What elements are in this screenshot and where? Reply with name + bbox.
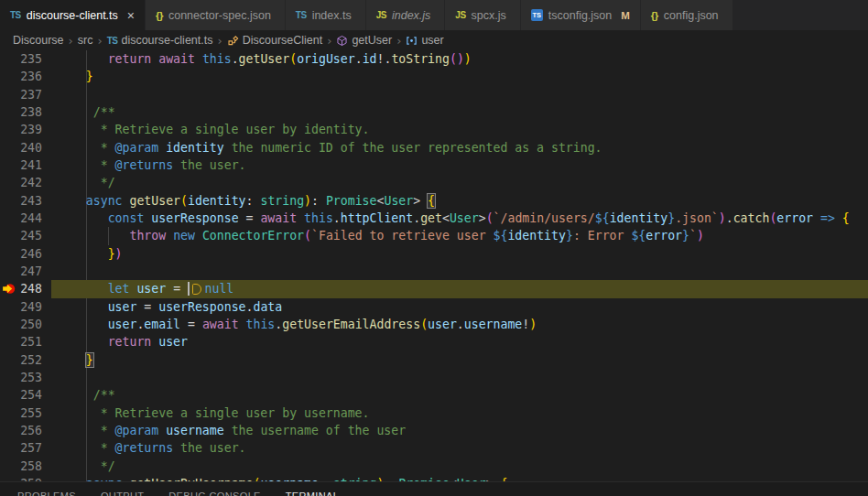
line-number[interactable]: 240 [0, 139, 42, 156]
code-line[interactable]: 250 user.email = await this.getUserEmail… [0, 316, 868, 333]
token-kw: this [202, 52, 232, 66]
code-line[interactable]: 246 }) [0, 245, 868, 263]
line-number[interactable]: 254 [0, 386, 42, 404]
typescript-file-icon: TS [296, 10, 307, 20]
token-fn: getUserEmailAddress [282, 318, 420, 331]
line-number[interactable]: 252 [0, 351, 42, 369]
line-number[interactable]: 253 [0, 369, 42, 386]
line-number[interactable]: 239 [0, 121, 42, 138]
code-line[interactable]: 254 /** [0, 386, 868, 404]
code-line[interactable]: 241 * @returns the user. [0, 156, 868, 174]
token-cmt: * [64, 441, 115, 455]
token-cmt: the username of the user [224, 424, 407, 437]
code-line[interactable]: 253 [0, 369, 868, 386]
code-line[interactable]: 252 } [0, 351, 868, 369]
line-number[interactable]: 256 [0, 422, 42, 439]
line-number[interactable]: 247 [0, 263, 42, 280]
code-editor[interactable]: 235 return await this.getUser(origUser.i… [0, 50, 868, 481]
breadcrumb-item-Discourse[interactable]: Discourse [13, 34, 64, 47]
token-pun: < [450, 477, 457, 481]
code-line[interactable]: 247 [0, 263, 868, 280]
symbol-class-icon [227, 35, 239, 47]
token-interp: } [682, 229, 689, 243]
line-number[interactable]: 235 [0, 50, 42, 68]
editor-tab-spcx.js[interactable]: JSspcx.js [445, 0, 520, 30]
code-line[interactable]: 257 * @returns the user. [0, 439, 868, 457]
line-number[interactable]: 237 [0, 86, 42, 103]
code-line[interactable]: 256 * @param username the username of th… [0, 422, 868, 439]
code-text: */ [64, 458, 115, 475]
code-text: return await this.getUser(origUser.id!.t… [64, 50, 472, 68]
editor-tab-connector-spec.json[interactable]: {}connector-spec.json [146, 0, 286, 30]
modified-badge: M [621, 10, 630, 21]
editor-tab-config.json[interactable]: {}config.json [641, 0, 733, 30]
token-interp: ${ [595, 211, 610, 225]
code-line[interactable]: 236 } [0, 68, 868, 85]
code-line[interactable]: 251 return user [0, 333, 868, 350]
line-number[interactable]: 245 [0, 227, 42, 244]
code-line[interactable]: 258 */ [0, 458, 868, 475]
line-number[interactable]: 242 [0, 174, 42, 191]
breadcrumb-item-DiscourseClient[interactable]: DiscourseClient [227, 34, 323, 47]
token-fn: toString [391, 52, 450, 66]
token-var: username [464, 318, 523, 331]
code-line[interactable]: 242 */ [0, 174, 868, 191]
breadcrumb: Discourse›src›TSdiscourse-client.ts›Disc… [0, 30, 868, 50]
panel-tab-output[interactable]: OUTPUT [101, 491, 144, 496]
code-line[interactable]: 235 return await this.getUser(origUser.i… [0, 50, 868, 68]
token-pun: . [457, 318, 464, 331]
code-line[interactable]: 240 * @param identity the numeric ID of … [0, 139, 868, 156]
token-cmt: * [64, 141, 115, 155]
code-line[interactable]: 245 throw new ConnectorError(`Failed to … [0, 227, 868, 244]
breadcrumb-item-discourse-client.ts[interactable]: TSdiscourse-client.ts [107, 34, 213, 47]
line-number[interactable]: 243 [0, 192, 42, 210]
token-var: user [158, 335, 188, 349]
code-line[interactable]: 237 [0, 86, 868, 103]
line-number[interactable]: 257 [0, 439, 42, 457]
code-line[interactable]: 249 user = userResponse.data [0, 298, 868, 316]
token-pun [239, 318, 246, 331]
editor-tab-discourse-client.ts[interactable]: TSdiscourse-client.ts× [0, 0, 146, 30]
panel-tab-terminal[interactable]: TERMINAL [286, 491, 339, 496]
editor-tab-tsconfig.json[interactable]: TStsconfig.jsonM [521, 0, 641, 30]
javascript-file-icon: JS [376, 10, 386, 20]
token-pun: = [239, 211, 261, 225]
line-number[interactable]: 258 [0, 458, 42, 475]
chevron-right-icon: › [97, 34, 102, 48]
code-line[interactable]: 259 async getUserByUsername(username: st… [0, 475, 868, 481]
line-number[interactable]: 246 [0, 245, 42, 263]
breakpoint-current-arrow-icon[interactable] [2, 282, 16, 296]
token-fn: getUserByUsername [129, 477, 253, 481]
token-ctrl: await [202, 318, 239, 331]
line-number[interactable]: 250 [0, 316, 42, 333]
code-line[interactable]: 243 async getUser(identity: string): Pro… [0, 192, 868, 210]
line-number[interactable]: 249 [0, 298, 42, 316]
breadcrumb-item-getUser[interactable]: getUser [336, 34, 392, 47]
line-number[interactable]: 259 [0, 475, 42, 481]
close-icon[interactable]: × [127, 9, 135, 22]
line-number[interactable]: 241 [0, 156, 42, 174]
line-number[interactable]: 244 [0, 210, 42, 227]
code-line[interactable]: 244 const userResponse = await this.http… [0, 210, 868, 227]
breadcrumb-item-src[interactable]: src [78, 34, 93, 47]
code-line[interactable]: 239 * Retrieve a single user by identity… [0, 121, 868, 138]
code-line[interactable]: 255 * Retrieve a single user by username… [0, 404, 868, 422]
inline-suggestion-icon[interactable] [192, 284, 201, 295]
token-b1: } [108, 247, 115, 261]
panel-tab-problems[interactable]: PROBLEMS [17, 491, 76, 496]
editor-tab-index.js[interactable]: JSindex.js [366, 0, 446, 30]
chevron-right-icon: › [69, 34, 73, 48]
editor-tab-index.ts[interactable]: TSindex.ts [286, 0, 366, 30]
token-pun [297, 211, 304, 225]
token-pun [195, 229, 202, 243]
line-number[interactable]: 251 [0, 333, 42, 350]
token-kw: async [86, 194, 123, 208]
code-line-current[interactable]: 248 let user = null [0, 280, 868, 297]
panel-tab-debug-console[interactable]: DEBUG CONSOLE [168, 491, 261, 496]
code-line[interactable]: 238 /** [0, 103, 868, 121]
line-number[interactable]: 255 [0, 404, 42, 422]
line-number[interactable]: 236 [0, 68, 42, 85]
line-number[interactable]: 238 [0, 103, 42, 121]
breadcrumb-item-user[interactable]: user [406, 34, 443, 47]
javascript-file-icon: JS [455, 10, 465, 20]
